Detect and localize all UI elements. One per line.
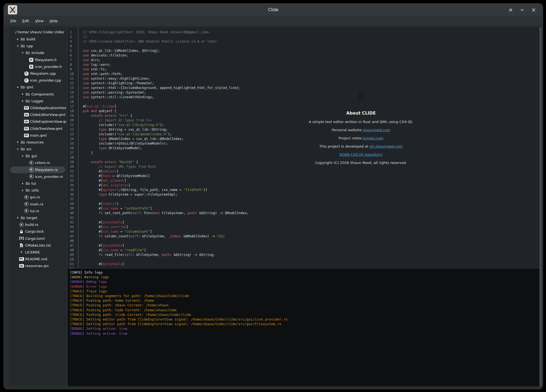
- line-number: 12: [68, 81, 79, 86]
- titlebar[interactable]: Clide: [4, 4, 542, 16]
- tree-item[interactable]: Components: [10, 91, 65, 98]
- tree-item[interactable]: include: [10, 49, 65, 56]
- tree-item[interactable]: QtClideExplorerView.qml: [10, 118, 65, 125]
- menu-edit[interactable]: Edit: [20, 18, 32, 24]
- toml-file-icon: [T]: [19, 237, 24, 240]
- log-panel[interactable]: [INFO] Info logs[WARN] Warning logs[DEBU…: [68, 269, 539, 386]
- line-number: 37: [68, 197, 79, 202]
- tree-item[interactable]: qml: [10, 84, 65, 91]
- tree-item[interactable]: Ricon_provider.rs: [10, 173, 65, 180]
- code-line: 51 #[qinvokable]: [68, 262, 539, 267]
- code-line: 43 #[cxx_override]: [68, 225, 539, 229]
- chevron-down-icon[interactable]: [15, 148, 20, 151]
- chevron-right-icon[interactable]: [15, 141, 20, 143]
- line-number: 34: [68, 183, 79, 188]
- file-tree: buildcppincludeHfilesystem.hHicon_provid…: [9, 36, 66, 269]
- tree-item[interactable]: Cargo.lock: [10, 228, 65, 235]
- tree-item[interactable]: resources: [10, 139, 65, 146]
- tree-item[interactable]: Qtmain.qml: [10, 132, 65, 139]
- line-number: 14: [68, 90, 79, 95]
- about-heading: About CLIDE: [290, 111, 432, 116]
- tree-item[interactable]: Rfilesystem.rs: [10, 166, 65, 173]
- chevron-right-icon[interactable]: [15, 38, 20, 41]
- log-line-debug: [DEBUG] Debug logs: [70, 279, 537, 284]
- tree-item[interactable]: cpp: [10, 43, 65, 49]
- menu-help[interactable]: Help: [47, 18, 60, 24]
- about-link[interactable]: KDAB CXX-Qt repository: [340, 152, 383, 157]
- tree-item[interactable]: [T]Cargo.toml: [10, 235, 65, 242]
- chevron-right-icon[interactable]: [15, 216, 20, 219]
- about-link[interactable]: shaunreed.com: [363, 128, 390, 132]
- tree-item[interactable]: Cicon_provider.cpp: [10, 77, 65, 84]
- chevron-right-icon[interactable]: [20, 93, 25, 95]
- about-text: A simple text editor written in Rust and…: [309, 120, 413, 124]
- about-link[interactable]: git.shaunreed.com: [369, 144, 403, 148]
- chevron-down-icon[interactable]: [20, 155, 25, 157]
- tree-item[interactable]: Cfilesystem.cpp: [10, 70, 65, 77]
- double-chevron-up-button[interactable]: [508, 7, 514, 13]
- code-line: 8use log::warn;: [68, 62, 539, 67]
- rust-file-icon: R: [23, 209, 29, 213]
- tree-item[interactable]: QtClideEditorView.qml: [10, 111, 65, 118]
- tree-item[interactable]: build: [10, 36, 65, 43]
- chevron-down-icon[interactable]: [20, 52, 25, 54]
- tree-item[interactable]: ✶LICENSE: [10, 249, 65, 256]
- close-button[interactable]: [530, 7, 536, 13]
- line-number: 52: [68, 267, 79, 268]
- tree-item[interactable]: M↓README.md: [10, 256, 65, 262]
- code-editor[interactable]: 1// SPDX-FileCopyrightText: 2026, Shaun …: [68, 27, 539, 268]
- tree-item[interactable]: Qtresources.qrc: [10, 262, 65, 269]
- tree-item[interactable]: Rtui.rs: [10, 208, 65, 214]
- tree-item-label: filesystem.rs: [35, 168, 58, 172]
- menu-view[interactable]: View: [33, 18, 46, 24]
- tree-item-label: gui.rs: [30, 195, 40, 199]
- chevron-down-icon[interactable]: [15, 86, 20, 89]
- rust-file-icon: R: [28, 174, 34, 179]
- tree-item[interactable]: src: [10, 146, 65, 152]
- tree-item[interactable]: utils: [10, 187, 65, 194]
- chevron-right-icon[interactable]: [20, 100, 25, 102]
- tree-item[interactable]: Rmain.rs: [10, 201, 65, 208]
- folder-icon: [25, 181, 31, 185]
- tree-item[interactable]: Rgui.rs: [10, 194, 65, 201]
- tree-item-label: ClideExplorerView.qml: [30, 119, 66, 124]
- chevron-right-icon[interactable]: [20, 182, 25, 185]
- code-line: 30 // Export QML Types from Rust: [68, 164, 539, 169]
- tree-item[interactable]: tui: [10, 180, 65, 187]
- tree-item[interactable]: target: [10, 214, 65, 221]
- folder-icon: [20, 140, 26, 144]
- tree-item[interactable]: Hicon_provider.h: [10, 63, 65, 70]
- tree-item[interactable]: QtClideTreeView.qml: [10, 125, 65, 132]
- code-line: 12use syntect::highlighting::ThemeSet;: [68, 81, 539, 86]
- tree-item[interactable]: Rbuild.rs: [10, 221, 65, 228]
- chevron-right-icon[interactable]: [20, 189, 25, 192]
- tree-item[interactable]: Hfilesystem.h: [10, 56, 65, 63]
- tree-item-label: resources.qrc: [25, 264, 49, 268]
- line-number: 21: [68, 123, 79, 127]
- chevron-down-button[interactable]: [519, 7, 525, 13]
- about-link[interactable]: knoats.com: [363, 136, 383, 140]
- tree-item[interactable]: Rcolors.rs: [10, 159, 65, 166]
- about-line: Copyright (C) 2026 Shaun Reed, all right…: [290, 161, 432, 165]
- line-number: 30: [68, 164, 79, 169]
- tree-item-label: Components: [31, 92, 54, 96]
- tree-item[interactable]: QtClideApplicationView.qml: [10, 104, 65, 111]
- tree-item-label: filesystem.cpp: [30, 71, 56, 76]
- folder-icon: [25, 99, 31, 103]
- line-number: 25: [68, 141, 79, 146]
- line-number: 27: [68, 151, 79, 155]
- about-text: Personal website: [332, 128, 363, 132]
- tree-item-label: LICENSE: [25, 250, 40, 254]
- log-line-trace: [TRACE] Pushing path: clide Current: /ho…: [70, 312, 537, 317]
- line-number: 3: [68, 39, 79, 44]
- chevron-down-icon[interactable]: [15, 45, 20, 47]
- tree-item[interactable]: gui: [10, 152, 65, 159]
- editor-scrollbar[interactable]: [539, 27, 542, 386]
- menu-file[interactable]: File: [8, 18, 19, 24]
- line-number: 5: [68, 49, 79, 53]
- qt-file-icon: Qt: [23, 120, 29, 123]
- folder-icon: [20, 216, 26, 220]
- line-number: 47: [68, 243, 79, 248]
- tree-item[interactable]: Logger: [10, 98, 65, 104]
- tree-item[interactable]: CMakeLists.txt: [10, 242, 65, 249]
